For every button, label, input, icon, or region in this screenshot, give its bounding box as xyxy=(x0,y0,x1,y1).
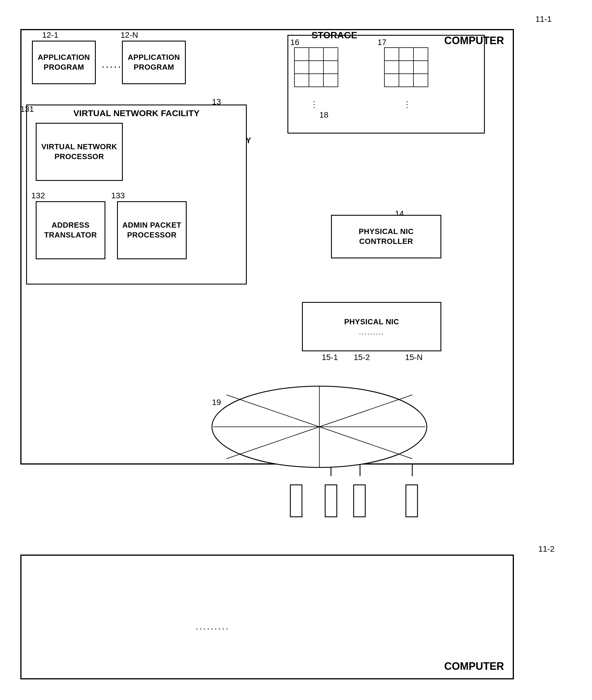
ref-15-2: 15-2 xyxy=(354,353,370,362)
vnf-title: VIRTUAL NETWORK FACILITY xyxy=(27,108,246,118)
address-translator-box: ADDRESS TRANSLATOR xyxy=(36,201,105,259)
y-label: Y xyxy=(246,136,251,145)
svg-rect-33 xyxy=(325,485,337,517)
ref-12-N: 12-N xyxy=(120,31,138,40)
vnf-outer-box: VIRTUAL NETWORK FACILITY VIRTUAL NETWORK… xyxy=(26,104,247,285)
svg-rect-32 xyxy=(290,485,302,517)
physical-nic-ctrl-box: PHYSICAL NIC CONTROLLER xyxy=(331,215,441,258)
app-program-1: APPLICATION PROGRAM xyxy=(32,41,96,84)
ref-15-1: 15-1 xyxy=(322,353,338,362)
nic-dots: ......... xyxy=(359,328,384,336)
svg-rect-35 xyxy=(406,485,417,517)
network-ellipse-svg xyxy=(209,383,430,470)
computer-bottom-box: COMPUTER ......... xyxy=(20,555,514,680)
computer-bottom-label: COMPUTER xyxy=(444,660,504,672)
storage-dots-16: ⋮ xyxy=(310,100,318,109)
app-program-n: APPLICATION PROGRAM xyxy=(122,41,186,84)
diagram-container: 11-1 COMPUTER 12-1 12-N APPLICATION PROG… xyxy=(12,12,578,691)
ref-11-1: 11-1 xyxy=(535,14,552,24)
svg-rect-34 xyxy=(354,485,365,517)
storage-dots-17: ⋮ xyxy=(403,100,411,109)
network-ellipse-container xyxy=(209,383,430,470)
admin-packet-box: ADMIN PACKET PROCESSOR xyxy=(117,201,187,259)
ref-15-N: 15-N xyxy=(405,353,423,362)
physical-nic-box: PHYSICAL NIC ......... xyxy=(302,302,441,351)
ref-132-inner: 132 xyxy=(31,191,45,200)
bottom-computer-dots: ......... xyxy=(196,621,229,632)
ref-133-inner: 133 xyxy=(111,191,125,200)
storage-grid-17 xyxy=(384,47,428,87)
ref-12-1: 12-1 xyxy=(42,31,58,40)
vnp-box: VIRTUAL NETWORK PROCESSOR xyxy=(36,123,123,181)
storage-grid-16 xyxy=(294,47,338,87)
ref-11-2: 11-2 xyxy=(538,544,554,554)
storage-box: STORAGE ⋮ ⋮ xyxy=(287,35,485,134)
storage-label: STORAGE xyxy=(311,30,357,41)
